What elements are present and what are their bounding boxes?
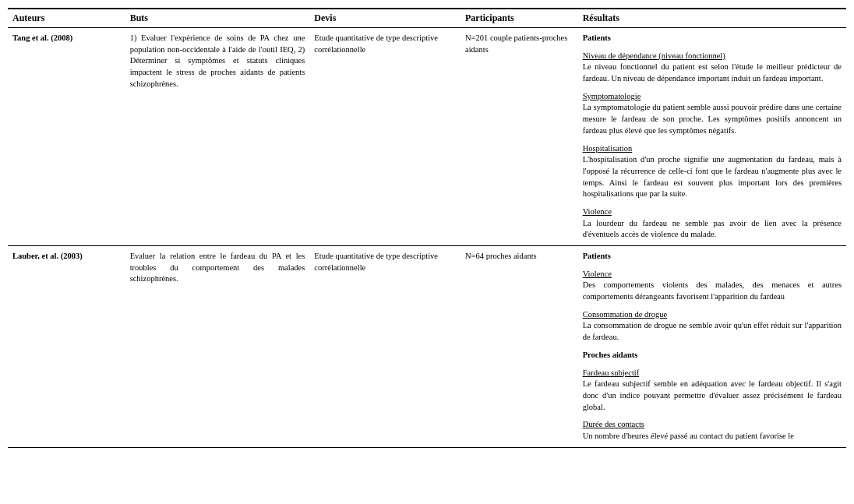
result-subtitle: Consommation de drogue bbox=[583, 310, 668, 319]
cell-buts: 1) Evaluer l'expérience de soins de PA c… bbox=[125, 28, 310, 246]
result-subtitle: Durée des contacts bbox=[583, 420, 644, 428]
result-subtitle: Fardeau subjectif bbox=[583, 368, 640, 377]
header-participants: Participants bbox=[461, 9, 578, 28]
cell-auteurs: Lauber, et al. (2003) bbox=[8, 246, 125, 448]
cell-participants: N=201 couple patients-proches aidants bbox=[461, 28, 578, 246]
result-subtitle: Niveau de dépendance (niveau fonctionnel… bbox=[583, 51, 725, 60]
header-buts: Buts bbox=[125, 9, 310, 28]
cell-resultats: PatientsNiveau de dépendance (niveau fon… bbox=[578, 28, 846, 246]
cell-devis: Etude quantitative de type descriptive c… bbox=[309, 28, 461, 246]
result-entry: Consommation de drogueLa consommation de… bbox=[583, 309, 842, 344]
main-table: Auteurs Buts Devis Participants Résultat… bbox=[8, 8, 846, 448]
result-entry: SymptomatologieLa symptomatologie du pat… bbox=[583, 91, 842, 137]
header-resultats: Résultats bbox=[578, 9, 846, 28]
result-entry: Niveau de dépendance (niveau fonctionnel… bbox=[583, 51, 842, 85]
result-entry: Durée des contactsUn nombre d'heures éle… bbox=[583, 419, 842, 442]
result-subtitle: Violence bbox=[583, 207, 612, 216]
result-entry: ViolenceLa lourdeur du fardeau ne semble… bbox=[583, 206, 842, 241]
table-row: Lauber, et al. (2003)Evaluer la relation… bbox=[8, 246, 846, 448]
header-devis: Devis bbox=[309, 9, 461, 28]
cell-resultats: PatientsViolenceDes comportements violen… bbox=[578, 246, 846, 448]
result-section-header: Patients bbox=[583, 251, 842, 263]
result-entry: ViolenceDes comportements violents des m… bbox=[583, 269, 842, 303]
cell-devis: Etude quantitative de type descriptive c… bbox=[309, 246, 461, 448]
result-subtitle: Symptomatologie bbox=[583, 92, 641, 100]
result-section-header: Proches aidants bbox=[583, 350, 842, 361]
result-section-header: Patients bbox=[583, 33, 842, 44]
result-entry: HospitalisationL'hospitalisation d'un pr… bbox=[583, 143, 842, 200]
header-auteurs: Auteurs bbox=[8, 9, 125, 28]
cell-participants: N=64 proches aidants bbox=[461, 246, 578, 448]
cell-auteurs: Tang et al. (2008) bbox=[8, 28, 125, 246]
result-subtitle: Hospitalisation bbox=[583, 144, 633, 153]
result-subtitle: Violence bbox=[583, 270, 612, 278]
cell-buts: Evaluer la relation entre le fardeau du … bbox=[125, 246, 310, 448]
table-row: Tang et al. (2008)1) Evaluer l'expérienc… bbox=[8, 28, 846, 246]
result-entry: Fardeau subjectifLe fardeau subjectif se… bbox=[583, 368, 842, 414]
